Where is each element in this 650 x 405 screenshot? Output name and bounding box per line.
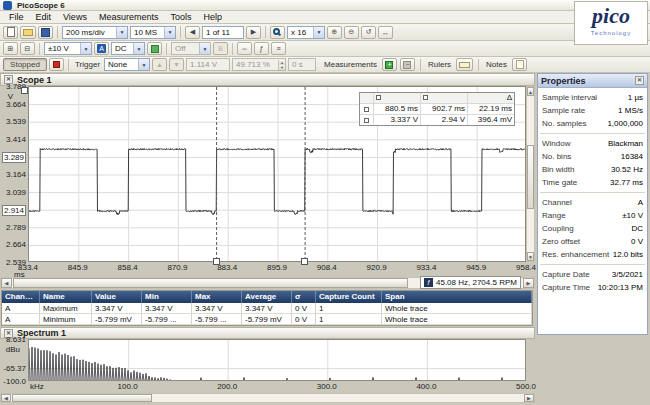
channel-a-coupling-select[interactable]: DC ▼: [111, 42, 145, 55]
spectrum-plot[interactable]: [28, 339, 526, 381]
menu-views[interactable]: Views: [57, 11, 93, 23]
brand-text: pico: [575, 2, 647, 30]
measurements-column-header[interactable]: Max: [192, 291, 242, 303]
scope-x-tick: 870.9: [167, 263, 187, 272]
scope-hscroll-thumb[interactable]: [13, 278, 408, 288]
menu-edit[interactable]: Edit: [30, 11, 58, 23]
frequency-legend-text: 45.08 Hz, 2704.5 RPM: [436, 278, 517, 287]
scope-y-tick: 3.164: [6, 170, 26, 179]
property-row: Time gate32.77 ms: [538, 176, 647, 189]
record-button[interactable]: [49, 58, 64, 71]
measurements-column-header[interactable]: Min: [142, 291, 192, 303]
save-file-button[interactable]: [38, 26, 53, 39]
scroll-right-button[interactable]: ▶: [523, 278, 534, 288]
pre-trigger-field[interactable]: 49.713 % ▲▼: [232, 58, 286, 71]
measurement-row[interactable]: AMaximum3.347 V3.347 V3.347 V3.347 V0 V1…: [2, 303, 532, 314]
measurements-column-header[interactable]: Name: [40, 291, 92, 303]
trigger-mode-select[interactable]: None ▼: [104, 58, 150, 71]
spectrum-panel-title-bar: ✕ Spectrum 1: [0, 327, 535, 339]
zoom-tool-button[interactable]: [270, 26, 285, 39]
frequency-icon: f: [424, 278, 433, 287]
ruler-settings-button[interactable]: [456, 58, 473, 71]
chevron-down-icon: ▼: [133, 43, 144, 54]
pan-button[interactable]: ↔: [378, 26, 393, 39]
measurements-column-header[interactable]: Span: [382, 291, 532, 303]
open-file-button[interactable]: [20, 26, 36, 39]
trigger-threshold-field[interactable]: 1.114 V: [186, 58, 230, 71]
ruler-legend[interactable]: Δ880.5 ms902.7 ms22.19 ms3.337 V2.94 V39…: [359, 92, 515, 126]
timebase-select[interactable]: 200 ms/div ▼: [62, 26, 128, 39]
zoom-in-button[interactable]: ⊕: [327, 26, 342, 39]
ruler2-handle-icon[interactable]: [420, 93, 467, 103]
property-row: Bin width30.52 Hz: [538, 163, 647, 176]
menu-measurements[interactable]: Measurements: [93, 11, 165, 23]
reference-waveform-button[interactable]: ≡: [271, 42, 286, 55]
measurements-column-header[interactable]: σ: [292, 291, 316, 303]
remove-measurement-button[interactable]: −: [400, 58, 415, 71]
ruler1-handle-icon[interactable]: [373, 93, 420, 103]
scroll-down-button[interactable]: ▼: [527, 252, 534, 261]
property-key: Channel: [542, 197, 572, 208]
run-stop-button[interactable]: Stopped: [3, 58, 47, 71]
scope-y-tick: 3.289: [2, 152, 26, 163]
zoom-out-button[interactable]: ⊖: [344, 26, 359, 39]
frequency-ruler-legend[interactable]: f 45.08 Hz, 2704.5 RPM: [420, 276, 521, 289]
reference-waveform-icon: ≡: [276, 45, 280, 52]
channel-b-range-select[interactable]: Off ▼: [171, 42, 211, 55]
undo-zoom-icon: ↺: [366, 28, 372, 36]
channel-a-range-value: ±10 V: [48, 44, 69, 53]
add-spectrum-view-button[interactable]: ⊟: [20, 42, 35, 55]
notes-button[interactable]: [512, 58, 527, 71]
math-channel-icon: ƒ: [260, 45, 264, 52]
menu-help[interactable]: Help: [197, 11, 228, 23]
add-scope-view-button[interactable]: ⊞: [3, 42, 18, 55]
next-buffer-button[interactable]: ▶: [246, 26, 261, 39]
scope-x-axis: 833.4845.9858.4870.9883.4895.9908.4920.9…: [0, 262, 535, 277]
scroll-right-button[interactable]: ▶: [524, 394, 534, 402]
samples-select[interactable]: 10 MS ▼: [130, 26, 176, 39]
new-file-button[interactable]: [3, 26, 18, 39]
measurements-column-header[interactable]: Channel: [2, 291, 40, 303]
channel-a-options-button[interactable]: A: [94, 42, 109, 55]
time-ruler-handle-2[interactable]: [301, 258, 308, 265]
time-ruler-handle-1[interactable]: [213, 258, 220, 265]
measurements-column-header[interactable]: Capture Count: [316, 291, 382, 303]
measurement-row[interactable]: AMinimum-5.799 mV-5.799 ...-5.799 ...-5.…: [2, 314, 532, 325]
scope-vertical-scrollbar[interactable]: ▲ ▼: [526, 86, 535, 262]
property-key: Time gate: [542, 177, 577, 188]
buffer-position-field[interactable]: 1 of 11: [202, 26, 244, 39]
time-ruler-icon: [364, 107, 369, 112]
spectrum-hscroll-thumb[interactable]: [12, 394, 152, 402]
ruler-spawn-handle[interactable]: [21, 87, 28, 94]
trigger-rising-edge-button[interactable]: ▲: [152, 58, 167, 71]
property-key: Range: [542, 210, 566, 221]
trigger-falling-edge-button[interactable]: ▼: [169, 58, 184, 71]
properties-close-button[interactable]: ✕: [635, 76, 644, 85]
menu-file[interactable]: File: [3, 11, 30, 23]
prev-buffer-button[interactable]: ◀: [185, 26, 200, 39]
property-row: No. samples1,000,000: [538, 117, 647, 130]
zoom-select[interactable]: x 16 ▼: [287, 26, 325, 39]
property-value: A: [638, 197, 643, 208]
signal-generator-button[interactable]: ∼: [237, 42, 252, 55]
spinner-icons[interactable]: ▲▼: [278, 60, 285, 70]
math-channels-button[interactable]: ƒ: [254, 42, 269, 55]
measurements-column-header[interactable]: Value: [92, 291, 142, 303]
properties-panel: Properties ✕ Sample interval1 µsSample r…: [537, 73, 648, 335]
scroll-up-button[interactable]: ▲: [527, 87, 534, 96]
scope-vscroll-thumb[interactable]: [527, 145, 534, 209]
measurement-cell: -5.799 mV: [92, 314, 142, 324]
ruler2-handle-icon: [423, 95, 428, 100]
channel-b-options-button[interactable]: B: [213, 42, 228, 55]
chevron-down-icon: ▼: [138, 59, 149, 70]
scroll-left-button[interactable]: ◀: [1, 278, 12, 288]
menu-tools[interactable]: Tools: [164, 11, 197, 23]
scroll-left-button[interactable]: ◀: [1, 394, 11, 402]
channel-a-range-select[interactable]: ±10 V ▼: [44, 42, 92, 55]
measurements-column-header[interactable]: Average: [242, 291, 292, 303]
add-measurement-button[interactable]: +: [382, 58, 397, 71]
spectrum-horizontal-scrollbar[interactable]: ◀ ▶: [0, 393, 535, 403]
auto-setup-button[interactable]: [147, 42, 162, 55]
zoom-undo-button[interactable]: ↺: [361, 26, 376, 39]
holdoff-field[interactable]: 0 s: [288, 58, 316, 71]
